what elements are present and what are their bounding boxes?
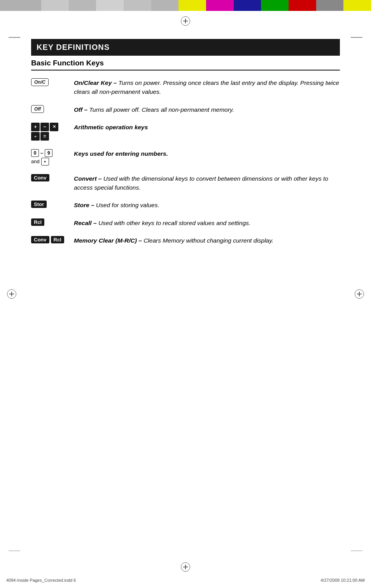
key-9: 9	[45, 149, 52, 157]
key-badge-rcl: Rcl	[31, 218, 44, 226]
key-entry-nums: 0 – 9 and • Keys used for entering numbe…	[31, 149, 340, 165]
and-label: and	[31, 158, 40, 164]
key-desc-conv-rcl: Memory Clear (M-R/C) – Clears Memory wit…	[74, 236, 340, 245]
reg-circle-right	[355, 289, 364, 299]
key-badge-conv2: Conv	[31, 236, 49, 243]
key-definitions-header: KEY DEFINITIONS	[31, 39, 340, 56]
tick-top-right-h	[351, 37, 362, 38]
key-definitions-title: KEY DEFINITIONS	[37, 43, 110, 51]
reg-circle	[181, 16, 190, 26]
key-symbol-conv-rcl: Conv Rcl	[31, 236, 74, 243]
key-desc-on-c: On/Clear Key – Turns on power. Pressing …	[74, 78, 340, 97]
key-entry-on-c: On/C On/Clear Key – Turns on power. Pres…	[31, 78, 340, 97]
arith-row1: + − ✕	[31, 123, 58, 131]
key-symbol-rcl: Rcl	[31, 218, 74, 226]
bar-yellow	[178, 0, 206, 11]
divide-key: ÷	[31, 132, 40, 141]
reg-mark-top-center	[179, 15, 192, 27]
key-symbol-off: Off	[31, 105, 74, 113]
minus-key: −	[40, 123, 49, 131]
key-desc-stor: Store – Used for storing values.	[74, 201, 340, 209]
bar-gray6	[151, 0, 179, 11]
key-desc-rcl: Recall – Used with other keys to recall …	[74, 218, 340, 227]
key-entry-conv-rcl: Conv Rcl Memory Clear (M-R/C) – Clears M…	[31, 236, 340, 245]
bar-blue	[234, 0, 261, 11]
footer: 4094-Inside Pages_Corrected.indd 6 4/27/…	[0, 578, 371, 583]
bar-gray3	[69, 0, 96, 11]
reg-mark-bottom-center	[179, 561, 192, 573]
key-symbol-arith: + − ✕ ÷ =	[31, 123, 74, 141]
key-symbol-nums: 0 – 9 and •	[31, 149, 74, 165]
key-symbol-on-c: On/C	[31, 78, 74, 86]
bar-green	[261, 0, 289, 11]
bar-gray5	[124, 0, 151, 11]
bar-red	[289, 0, 316, 11]
page-content: KEY DEFINITIONS Basic Function Keys On/C…	[31, 39, 340, 541]
reg-mark-left	[5, 288, 18, 300]
num-key-row1: 0 – 9	[31, 149, 52, 157]
top-color-bar	[0, 0, 371, 11]
key-dot: •	[41, 158, 49, 165]
tick-bot-right-h	[351, 551, 362, 551]
section-title: Basic Function Keys	[31, 59, 340, 70]
arith-keys-group: + − ✕ ÷ =	[31, 123, 58, 141]
key-entry-conv: Conv Convert – Used with the dimensional…	[31, 174, 340, 192]
bar-yellow2	[343, 0, 371, 11]
key-desc-nums: Keys used for entering numbers.	[74, 149, 340, 158]
num-keys-group: 0 – 9 and •	[31, 149, 52, 165]
times-key: ✕	[50, 123, 58, 131]
key-entry-off: Off Off – Turns all power off. Clears al…	[31, 105, 340, 114]
key-entry-rcl: Rcl Recall – Used with other keys to rec…	[31, 218, 340, 227]
key-desc-conv: Convert – Used with the dimensional keys…	[74, 174, 340, 192]
key-badge-off: Off	[31, 105, 44, 113]
key-symbol-stor: Stor	[31, 201, 74, 208]
bar-gray2	[41, 0, 69, 11]
key-badge-stor: Stor	[31, 201, 47, 208]
footer-left: 4094-Inside Pages_Corrected.indd 6	[6, 578, 76, 583]
key-desc-off: Off – Turns all power off. Clears all no…	[74, 105, 340, 114]
reg-mark-right	[353, 288, 366, 300]
key-desc-arith: Arithmetic operation keys	[74, 123, 340, 132]
tick-top-left-h	[9, 37, 20, 38]
bar-darkgray	[316, 0, 344, 11]
key-entry-stor: Stor Store – Used for storing values.	[31, 201, 340, 209]
key-0: 0	[31, 149, 39, 157]
conv-rcl-group: Conv Rcl	[31, 236, 64, 243]
reg-circle-left	[7, 289, 16, 299]
bar-gray4	[96, 0, 124, 11]
plus-key: +	[31, 123, 40, 131]
tick-bot-left-h	[9, 551, 20, 551]
footer-right: 4/27/2009 10:21:00 AM	[320, 578, 365, 583]
reg-circle-bottom	[181, 562, 190, 572]
key-badge-conv: Conv	[31, 174, 49, 181]
key-badge-on-c: On/C	[31, 78, 49, 86]
dash-label: –	[40, 150, 43, 156]
bar-magenta	[206, 0, 234, 11]
num-key-row2: and •	[31, 158, 52, 165]
bar-gray1	[0, 0, 41, 11]
equals-key: =	[40, 132, 49, 141]
key-entry-arith: + − ✕ ÷ = Arithmetic operation keys	[31, 123, 340, 141]
arith-row2: ÷ =	[31, 132, 58, 141]
key-badge-rcl2: Rcl	[51, 236, 64, 243]
key-symbol-conv: Conv	[31, 174, 74, 181]
